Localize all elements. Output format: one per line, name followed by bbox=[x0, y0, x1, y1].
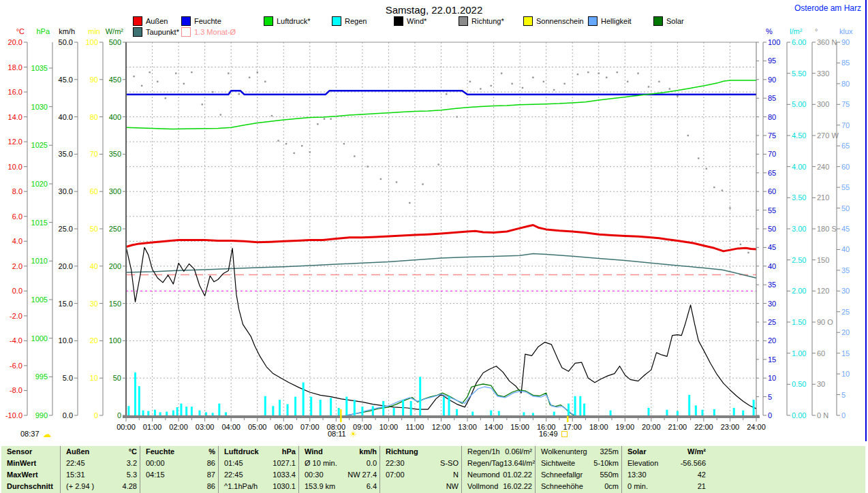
axis-°C: 20.018.016.014.012.010.08.06.04.02.00.0-… bbox=[5, 27, 27, 419]
moonset-time: 08:37 bbox=[20, 430, 40, 438]
x-tick-label: 24:00 bbox=[747, 423, 766, 431]
x-tick-label: 12:00 bbox=[432, 423, 451, 431]
sunrise-marker: 08:11 ☀ bbox=[328, 430, 357, 438]
axis-%: 1009590858075706560555045403530252015105… bbox=[763, 27, 780, 419]
axis-tick-label: -8.0 bbox=[10, 386, 22, 394]
stat-value: 21 bbox=[698, 481, 706, 492]
axis-tick-label: 1005 bbox=[31, 296, 48, 304]
stat-label: Richtung bbox=[386, 446, 418, 458]
x-tick-label: 20:00 bbox=[642, 423, 661, 431]
axis-tick-label: 50.0 bbox=[59, 38, 73, 46]
axis-tick-label: 15.0 bbox=[59, 300, 73, 308]
stat-label: 00:00 bbox=[146, 458, 165, 469]
axis-tick-label: 80 bbox=[90, 113, 98, 121]
axis-tick-label: 1030 bbox=[31, 103, 48, 111]
stats-cell-row: 15:315.3 bbox=[61, 469, 140, 481]
axis-tick-label: -6.0 bbox=[10, 362, 22, 370]
axis-tick-label: 70 bbox=[841, 121, 850, 129]
axis-tick-label: 100 bbox=[86, 38, 98, 46]
axis-tick-label: 40 bbox=[90, 262, 98, 270]
axis-tick-label: 1000 bbox=[31, 334, 48, 343]
stat-value: 1033.4 bbox=[273, 469, 296, 481]
stat-label: Elevation bbox=[627, 458, 658, 469]
x-tick-label: 13:00 bbox=[458, 423, 477, 431]
stats-group-aussen: Außen°C22:453.215:315.3(+ 2.94 )4.28 bbox=[60, 446, 140, 493]
axis-tick-label: 500 bbox=[109, 38, 121, 46]
stat-value: 86 bbox=[207, 481, 215, 492]
stat-value: hPa bbox=[282, 446, 296, 458]
weather-chart: 00:0001:0002:0003:0004:0005:0006:0007:00… bbox=[0, 0, 868, 446]
x-tick-label: 15:00 bbox=[510, 423, 529, 431]
axis-unit-label: min bbox=[88, 27, 100, 35]
stats-row-label: MaxWert bbox=[1, 469, 60, 481]
axis-tick-label: 16.0 bbox=[8, 88, 22, 96]
axis-tick-label: 210 bbox=[817, 193, 829, 202]
axis-tick-label: 40 bbox=[841, 245, 850, 253]
axis-tick-label: 60 bbox=[90, 187, 98, 195]
axis-tick-label: 25.0 bbox=[59, 225, 73, 233]
axis-tick-label: 40.0 bbox=[59, 113, 73, 121]
stat-value: 01.02.22 bbox=[503, 469, 532, 481]
stats-cell-row: 86 bbox=[140, 481, 218, 492]
stats-row-label: Durchschnitt bbox=[1, 481, 60, 492]
stat-label: ^1.1hPa/h bbox=[224, 481, 258, 492]
stats-filler bbox=[709, 446, 865, 493]
axis-hPa: 10351030102510201015101010051000995990hP… bbox=[31, 27, 52, 419]
axis-tick-label: 35 bbox=[841, 266, 850, 274]
x-tick-label: 01:00 bbox=[143, 423, 162, 431]
stat-value: W/m² bbox=[687, 446, 706, 458]
stat-value: 87 bbox=[207, 469, 215, 481]
stat-label: Neumond bbox=[467, 469, 500, 481]
x-tick-label: 05:00 bbox=[248, 423, 267, 431]
axis-tick-label: 55 bbox=[768, 206, 776, 214]
axis-tick-label: 45.0 bbox=[59, 76, 73, 84]
axis-tick-label: 330 bbox=[817, 69, 829, 78]
stat-label: Schneehöhe bbox=[541, 481, 583, 492]
axis-tick-label: 90 bbox=[90, 76, 98, 84]
stats-cell-row: Feuchte% bbox=[140, 446, 218, 458]
stat-label: 153.9 km bbox=[305, 481, 335, 492]
stat-label: Luftdruck bbox=[224, 446, 259, 458]
stats-cell-row: Schneefallgr550m bbox=[536, 469, 621, 481]
axis-tick-label: 35.0 bbox=[59, 150, 73, 158]
axis-tick-label: -2.0 bbox=[10, 312, 22, 320]
axis-tick-label: 5 bbox=[841, 391, 846, 399]
stats-cell-row: 07:00N bbox=[380, 469, 461, 481]
axis-tick-label: 20 bbox=[90, 336, 98, 345]
axis-tick-label: 1010 bbox=[31, 257, 48, 265]
sunrise-sun-icon: ☀ bbox=[350, 430, 358, 438]
stat-label: 15:31 bbox=[66, 469, 85, 481]
axis-tick-label: 3.00 bbox=[792, 225, 806, 233]
weather-dashboard: Samstag, 22.01.2022 Osterode am Harz Auß… bbox=[0, 0, 868, 493]
axis-tick-label: 30 bbox=[841, 287, 850, 295]
stats-group-regen-mond: Regen/1h0.06l/m²Regen/Tag13.64l/m²Neumon… bbox=[461, 446, 535, 493]
axis-l/m²: 6.005.505.004.504.003.503.002.502.001.50… bbox=[787, 27, 806, 419]
axis-tick-label: 50 bbox=[768, 225, 776, 233]
stat-value: 325m bbox=[600, 446, 619, 458]
axis-tick-label: 50 bbox=[90, 225, 98, 233]
axis-tick-label: 1.00 bbox=[792, 349, 806, 357]
sunset-square-icon bbox=[561, 431, 568, 437]
axis-tick-label: 100 bbox=[109, 336, 121, 345]
stat-label: 0 min. bbox=[627, 481, 648, 492]
x-tick-label: 00:00 bbox=[117, 423, 136, 431]
stats-cell-row: 04:1587 bbox=[140, 469, 218, 481]
axis-tick-label: 4.50 bbox=[792, 131, 806, 140]
x-tick-label: 23:00 bbox=[721, 423, 740, 431]
x-tick-label: 04:00 bbox=[221, 423, 241, 431]
stat-value: °C bbox=[129, 446, 137, 458]
stat-value: 0cm bbox=[604, 481, 619, 492]
stats-cell-row: 153.9 km6.4 bbox=[299, 481, 379, 492]
axis-tick-label: 4.0 bbox=[12, 237, 22, 245]
axis-tick-label: 60 bbox=[768, 187, 776, 195]
axis-tick-label: 14.0 bbox=[8, 113, 22, 121]
axis-tick-label: 20.0 bbox=[59, 262, 73, 270]
axis-tick-label: 60 bbox=[817, 349, 825, 357]
stats-group-wind: Windkm/hØ 10 min.0.000:30NW 27.4153.9 km… bbox=[298, 446, 379, 493]
axis-tick-label: 300 bbox=[817, 100, 829, 108]
x-tick-label: 22:00 bbox=[694, 423, 713, 431]
stat-value: 3.2 bbox=[127, 458, 137, 469]
stat-label: Solar bbox=[627, 446, 647, 458]
stat-value: 86 bbox=[207, 458, 215, 469]
axis-tick-label: 270 W bbox=[817, 131, 839, 140]
